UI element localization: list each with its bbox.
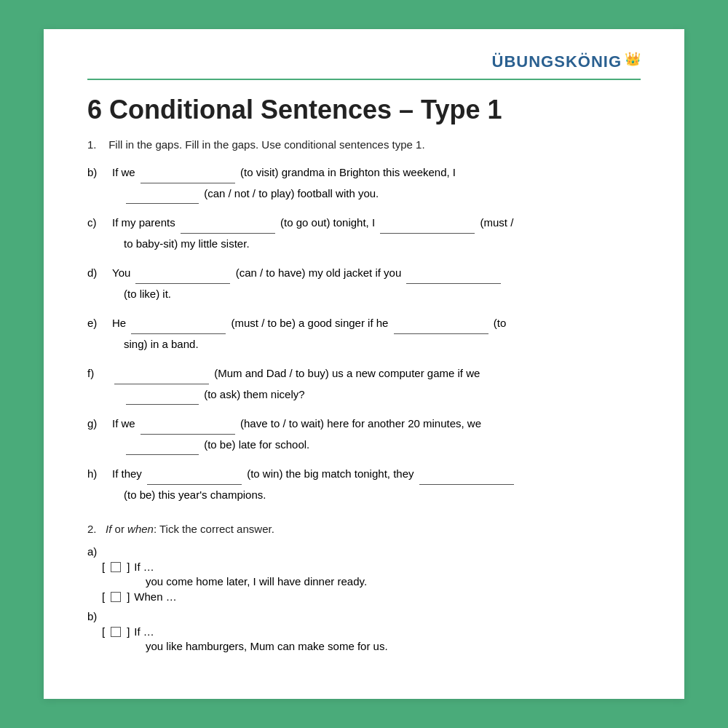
- blank-f2[interactable]: [126, 392, 199, 405]
- item-g-text1: If we (have to / to wait) here for anoth…: [112, 414, 481, 435]
- item-f-text1: (Mum and Dad / to buy) us a new computer…: [112, 363, 480, 384]
- blank-d2[interactable]: [406, 271, 501, 284]
- option-a1-text: If …: [134, 561, 154, 573]
- item-d-row2: (to like) it.: [124, 284, 641, 305]
- item-c-row2: to baby-sit) my little sister.: [124, 234, 641, 255]
- item-b-label: b): [87, 162, 109, 183]
- section2-a-label: a): [87, 545, 641, 558]
- checkbox-bracket-open-a1: [: [102, 561, 105, 573]
- section2-b-continuation: you like hamburgers, Mum can make some f…: [146, 640, 641, 652]
- item-g-label: g): [87, 414, 109, 435]
- item-c-row1: c) If my parents (to go out) tonight, I …: [87, 213, 641, 234]
- section1-text: Fill in the gaps. Fill in the gaps. Use …: [108, 138, 424, 151]
- section2-num: 2.: [87, 523, 97, 535]
- item-d-row1: d) You (can / to have) my old jacket if …: [87, 263, 641, 284]
- item-b-row1: b) If we (to visit) grandma in Brighton …: [87, 162, 641, 183]
- blank-h2[interactable]: [419, 472, 514, 485]
- item-h-text1: If they (to win) the big match tonight, …: [112, 464, 516, 485]
- checkbox-b1[interactable]: [111, 627, 121, 637]
- section2-instruction: 2. If or when: Tick the correct answer.: [87, 523, 641, 535]
- item-e-row2: sing) in a band.: [124, 334, 641, 355]
- item-h-row2: (to be) this year's champions.: [124, 485, 641, 506]
- checkbox-bracket-close-a2: ]: [127, 590, 130, 603]
- page-title: 6 Conditional Sentences – Type 1: [87, 95, 641, 125]
- item-g-row2: (to be) late for school.: [124, 435, 641, 456]
- item-d: d) You (can / to have) my old jacket if …: [87, 263, 641, 304]
- logo-crown: 👑: [625, 51, 641, 67]
- blank-f1[interactable]: [114, 371, 209, 384]
- blank-c2[interactable]: [380, 221, 475, 234]
- logo-text: ÜBUNGSKÖNIG: [492, 52, 622, 71]
- checkbox-a2[interactable]: [111, 592, 121, 602]
- checkbox-bracket-open-a2: [: [102, 590, 105, 603]
- blank-d1[interactable]: [135, 271, 230, 284]
- section2-when: when: [127, 523, 154, 535]
- item-c-text1: If my parents (to go out) tonight, I (mu…: [112, 213, 513, 234]
- item-d-text1: You (can / to have) my old jacket if you: [112, 263, 503, 284]
- blank-g1[interactable]: [141, 422, 235, 435]
- section1-instruction: 1. Fill in the gaps. Fill in the gaps. U…: [87, 138, 641, 151]
- blank-c1[interactable]: [181, 221, 275, 234]
- item-b-row2: (can / not / to play) football with you.: [124, 183, 641, 205]
- blank-b2[interactable]: [126, 191, 199, 204]
- item-e-row1: e) He (must / to be) a good singer if he…: [87, 313, 641, 334]
- section2-if: If: [106, 523, 111, 535]
- item-c: c) If my parents (to go out) tonight, I …: [87, 213, 641, 254]
- checkbox-bracket-close-b1: ]: [127, 625, 130, 638]
- section2-a-option2: [ ] When …: [102, 590, 641, 603]
- item-f-row2: (to ask) them nicely?: [124, 384, 641, 405]
- item-b: b) If we (to visit) grandma in Brighton …: [87, 162, 641, 204]
- section2-a-continuation: you come home later, I will have dinner …: [146, 575, 641, 587]
- section2-rest: : Tick the correct answer.: [154, 523, 274, 535]
- item-e-label: e): [87, 313, 109, 334]
- item-f-row1: f) (Mum and Dad / to buy) us a new compu…: [87, 363, 641, 384]
- item-b-text1: If we (to visit) grandma in Brighton thi…: [112, 162, 456, 183]
- section2-a-option1: [ ] If …: [102, 561, 641, 573]
- section-2: 2. If or when: Tick the correct answer. …: [87, 523, 641, 652]
- section2-item-b: b) [ ] If … you like hamburgers, Mum can…: [87, 610, 641, 652]
- checkbox-bracket-close-a1: ]: [127, 561, 130, 573]
- option-a2-text: When …: [134, 590, 176, 603]
- item-h-row1: h) If they (to win) the big match tonigh…: [87, 464, 641, 485]
- section-1: 1. Fill in the gaps. Fill in the gaps. U…: [87, 138, 641, 505]
- item-e: e) He (must / to be) a good singer if he…: [87, 313, 641, 355]
- blank-g2[interactable]: [126, 442, 199, 455]
- section2-item-a: a) [ ] If … you come home later, I will …: [87, 545, 641, 603]
- item-c-label: c): [87, 213, 109, 234]
- page-header: ÜBUNGSKÖNIG 👑: [87, 51, 641, 80]
- item-f-label: f): [87, 363, 109, 384]
- item-g-row1: g) If we (have to / to wait) here for an…: [87, 414, 641, 435]
- blank-e2[interactable]: [394, 321, 488, 334]
- blank-b1[interactable]: [141, 170, 235, 183]
- blank-e1[interactable]: [131, 321, 226, 334]
- item-d-label: d): [87, 263, 109, 284]
- item-h-label: h): [87, 464, 109, 485]
- section2-b-label: b): [87, 610, 641, 622]
- item-h: h) If they (to win) the big match tonigh…: [87, 464, 641, 505]
- logo: ÜBUNGSKÖNIG 👑: [492, 51, 641, 73]
- section2-or: or: [115, 523, 128, 535]
- item-g: g) If we (have to / to wait) here for an…: [87, 414, 641, 455]
- checkbox-a1[interactable]: [111, 562, 121, 572]
- option-b1-text: If …: [134, 625, 154, 638]
- section2-b-option1: [ ] If …: [102, 625, 641, 638]
- worksheet-page: ÜBUNGSKÖNIG 👑 6 Conditional Sentences – …: [44, 29, 684, 699]
- item-e-text1: He (must / to be) a good singer if he (t…: [112, 313, 506, 334]
- item-f: f) (Mum and Dad / to buy) us a new compu…: [87, 363, 641, 405]
- blank-h1[interactable]: [147, 472, 242, 485]
- section1-num: 1.: [87, 138, 97, 151]
- checkbox-bracket-open-b1: [: [102, 625, 105, 638]
